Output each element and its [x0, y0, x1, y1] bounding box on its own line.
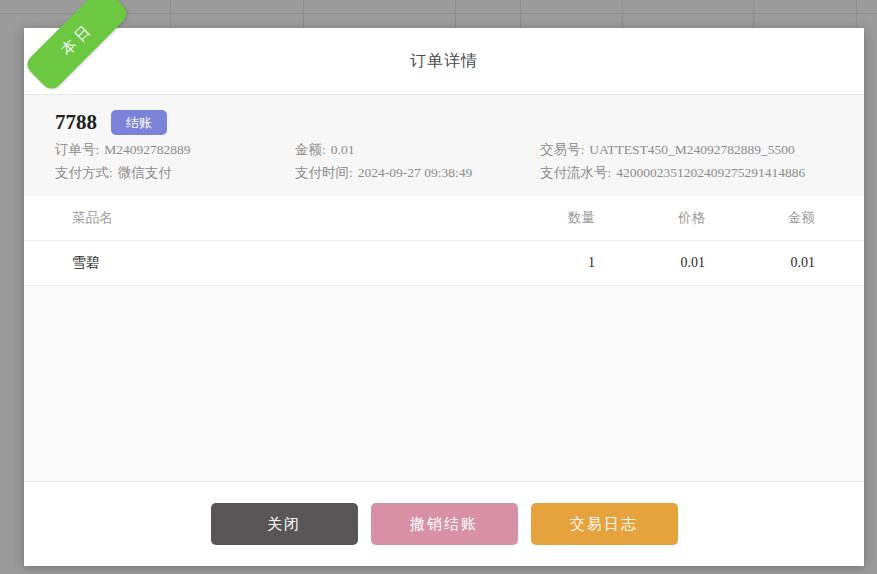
- header-price: 价格: [595, 209, 705, 227]
- background-table-divider: [455, 0, 456, 28]
- cell-quantity: 1: [485, 255, 595, 271]
- modal-footer: 关闭 撤销结账 交易日志: [24, 481, 864, 566]
- items-table-empty-area: [24, 286, 864, 481]
- items-table: 菜品名 数量 价格 金额 雪碧 1 0.01 0.01: [24, 196, 864, 481]
- today-ribbon-label: 本日: [57, 19, 97, 59]
- status-badge: 结账: [111, 110, 167, 135]
- cell-dish-name: 雪碧: [72, 254, 485, 272]
- order-number-row: 7788 结账: [55, 107, 834, 137]
- background-table-divider: [303, 0, 304, 28]
- field-transaction-no: 交易号:UATTEST450_M24092782889_5500: [540, 141, 834, 164]
- order-number: 7788: [55, 110, 97, 135]
- close-button[interactable]: 关闭: [211, 503, 358, 545]
- background-table-header: [0, 0, 877, 28]
- background-table-divider: [170, 0, 171, 28]
- field-pay-time: 支付时间:2024-09-27 09:38:49: [295, 164, 540, 187]
- order-details-modal: 订单详情 7788 结账 订单号:M24092782889 金额:0.01 交易…: [24, 28, 864, 566]
- background-table-divider: [520, 0, 521, 28]
- modal-header: 订单详情: [24, 28, 864, 95]
- order-info-section: 7788 结账 订单号:M24092782889 金额:0.01 交易号:UAT…: [24, 95, 864, 196]
- order-fields: 订单号:M24092782889 金额:0.01 交易号:UATTEST450_…: [55, 141, 834, 187]
- field-amount: 金额:0.01: [295, 141, 540, 164]
- cell-amount: 0.01: [705, 255, 815, 271]
- field-order-no: 订单号:M24092782889: [55, 141, 295, 164]
- field-pay-serial-no: 支付流水号:4200002351202409275291414886: [540, 164, 834, 187]
- background-table-divider: [622, 0, 623, 28]
- background-table-divider: [0, 13, 877, 14]
- field-pay-method: 支付方式:微信支付: [55, 164, 295, 187]
- background-table-divider: [753, 0, 754, 28]
- items-table-header: 菜品名 数量 价格 金额: [24, 196, 864, 241]
- transaction-log-button[interactable]: 交易日志: [531, 503, 678, 545]
- cell-price: 0.01: [595, 255, 705, 271]
- background-table-divider: [856, 0, 857, 28]
- undo-checkout-button[interactable]: 撤销结账: [371, 503, 518, 545]
- table-row: 雪碧 1 0.01 0.01: [24, 241, 864, 286]
- modal-title: 订单详情: [410, 51, 478, 72]
- header-quantity: 数量: [485, 209, 595, 227]
- header-dish-name: 菜品名: [72, 209, 485, 227]
- header-amount: 金额: [705, 209, 815, 227]
